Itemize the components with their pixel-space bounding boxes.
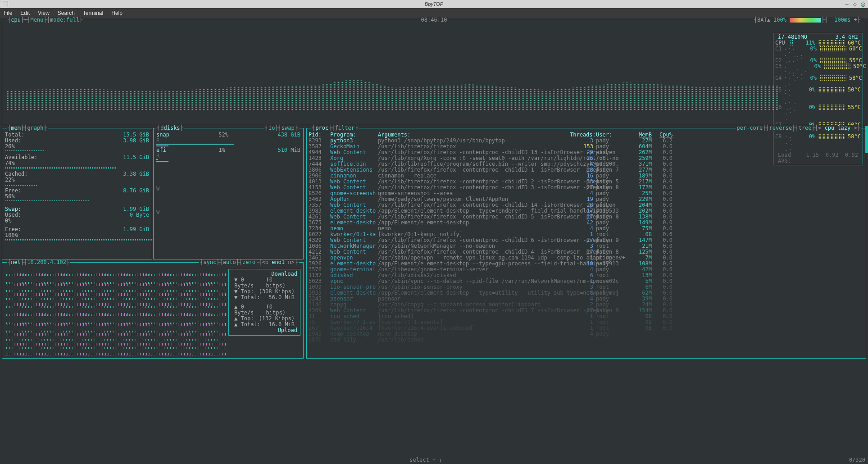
proc-row[interactable]: 3806WebExtensions/usr/lib/firefox/firefo… [307,167,866,173]
mem-cached-val: 3.38 GiB [123,171,149,177]
swap-used-pct: 0% [5,218,11,224]
proc-row[interactable]: 5023vpnc/usr/sbin/vpnc --no-detach --pid… [307,278,866,284]
proc-row[interactable]: 7357Web Content/usr/lib/firefox/firefox … [307,202,866,208]
proc-pane: ┤proc├┤filter├ per-core├┤reverse├┤tree├┤… [306,128,866,359]
mem-cached-pct: 22% [5,177,15,183]
col-pid[interactable]: Pid: [309,132,327,138]
mem-avail-val: 11.5 GiB [123,155,149,160]
proc-row[interactable]: 7234nemonemo 4 pady75M 0.0 [307,226,866,232]
net-pane: ┤net├┤10.200.4.102├ ┤sync├┤auto├┤zero├┤<… [2,262,304,359]
menu-search[interactable]: Search [58,10,75,16]
proc-box-label[interactable]: ┤proc├┤filter├ [311,125,359,131]
proc-row[interactable]: 8526gnome-screenshgnome-screenshot --are… [307,191,866,196]
proc-row[interactable]: 4153Web Content/usr/lib/firefox/firefox … [307,185,866,191]
proc-row[interactable]: 4369Web Content/usr/lib/firefox/firefox … [307,308,866,314]
proc-row[interactable]: 4212Web Content/usr/lib/firefox/firefox … [307,249,866,255]
disks-pane: ┤ddisks├ ┤io├┤swap├ snap52%438 GiB R efi… [153,128,304,259]
mem-free-pct: 56% [5,194,15,200]
net-stats-box: Download ▼ 0 Byte/s(0 bitps) ▼ Top:(308 … [228,269,300,336]
menu-file[interactable]: File [4,10,12,16]
footer: select ↑ ↓ 0/320 [3,457,865,463]
window-title: BpyTOP [425,1,443,7]
proc-row[interactable]: 3935element-deskto/app/Element/element-d… [307,290,866,296]
net-box-label: ┤net├┤10.200.4.102├ [7,259,70,265]
window-menu-icon[interactable] [2,1,8,7]
proc-row[interactable]: 3983element-deskto/app/Element/element-d… [307,208,866,214]
mem-used-pct: 26% [5,144,15,150]
proc-row[interactable]: 7444soffice.bin/usr/lib/libreoffice/prog… [307,161,866,167]
proc-row[interactable]: 3926element-deskto/app/Element/element-d… [307,261,866,267]
proc-row[interactable]: 2945nemo-desktopnemo-desktop 4 pady [307,331,866,337]
proc-row[interactable]: 4261Web Content/usr/lib/firefox/firefox … [307,214,866,220]
swap-free-val: 1.99 GiB [123,227,149,232]
swap-used-val: 0 Byte [130,212,149,218]
cpu-box-label[interactable]: ┤cpu├─┤Menu├┤mode:full├ [7,17,83,23]
col-memb[interactable]: MemB [630,132,652,138]
col-user[interactable]: User: [596,132,627,138]
net-graph [5,269,227,355]
mem-pane: ┤mem├┤graph├ Total:15.5 GiB Used:3.98 Gi… [2,128,152,259]
footer-select[interactable]: select ↑ ↓ [409,457,442,463]
col-args[interactable]: Arguments: [378,132,567,138]
proc-row[interactable]: 1423Xorg/usr/lib/xorg/Xorg -core :0 -sea… [307,155,866,161]
maximize-icon[interactable]: ◇ [852,1,858,7]
menu-view[interactable]: View [38,10,50,16]
footer-position: 0/320 [849,457,865,463]
proc-row[interactable]: 1099iio-sensor-pro/usr/sbin/iio-sensor-p… [307,284,866,290]
proc-row[interactable]: 8027kworker/0:1-ka[kworker/0:1-kacpi_not… [307,232,866,237]
proc-header[interactable]: Pid: Program: Arguments: Threads: User: … [307,132,866,138]
swap-free-pct: 100% [5,232,18,238]
proc-row[interactable]: 75kworker/7:1-ev[kworker/7:1-events] 1 r… [307,319,866,325]
disks-box-label[interactable]: ┤ddisks├ [156,125,184,131]
proc-row[interactable]: 4329Web Content/usr/lib/firefox/firefox … [307,237,866,243]
disks-opts[interactable]: ┤io├┤swap├ [264,125,299,131]
col-threads[interactable]: Threads: [570,132,593,138]
proc-row[interactable]: 3576gnome-terminal/usr/libexec/gnome-ter… [307,267,866,273]
upload-title: Upload [232,328,297,333]
mem-avail-pct: 74% [5,160,15,166]
close-icon[interactable]: ⨂ [860,1,866,7]
col-program[interactable]: Program: [330,132,375,138]
net-opts[interactable]: ┤sync├┤auto├┤zero├┤<b eno1 n>├ [199,259,299,265]
menu-edit[interactable]: Edit [20,10,30,16]
mem-used-val: 3.98 GiB [123,138,149,144]
battery-gradient-icon [790,18,821,23]
proc-row[interactable]: 3462AppRun/home/pady/software/pascom_Cli… [307,196,866,202]
proc-row[interactable]: 3675element-deskto/app/Element/element-d… [307,220,866,226]
proc-row[interactable]: 2870csd-a11y-/usr/lib/cinna [307,337,866,343]
scrollbar-thumb[interactable] [865,126,868,153]
proc-row[interactable]: 4944Web Content/usr/lib/firefox/firefox … [307,150,866,155]
proc-opts[interactable]: per-core├┤reverse├┤tree├┤< cpu lazy >├ [736,125,861,131]
window-titlebar: BpyTOP ─ ◇ ⨂ [0,0,868,8]
minimize-icon[interactable]: ─ [844,1,850,7]
proc-row[interactable]: 4013Web Content/usr/lib/firefox/firefox … [307,179,866,185]
clock: 08:46:10 [420,17,448,23]
proc-row[interactable]: 267kworker/u16:4[kworker/u16:4-events_un… [307,325,866,331]
topbar-right[interactable]: ┤BAT▲ 100% ├┤- 100ms +├ [753,17,861,23]
proc-row[interactable]: 3146copyq/usr/bin/copyq --clipboard-acce… [307,302,866,308]
cpu-pane: ┤cpu├─┤Menu├┤mode:full├ 08:46:10 ┤BAT▲ 1… [2,20,866,125]
cpu-graph [7,65,780,110]
mem-box-label[interactable]: ┤mem├┤graph├ [7,125,48,131]
proc-row[interactable]: 8393python3python3 /snap/bpytop/249/usr/… [307,138,866,144]
proc-row[interactable]: 3461openvpn/usr/sbin/openvpn --remote vp… [307,255,866,261]
menu-terminal[interactable]: Terminal [83,10,103,16]
proc-row[interactable]: 2906cinnamoncinnamon --replace 16 pady18… [307,173,866,179]
proc-row[interactable]: 3587GeckoMain/usr/lib/firefox/firefox 15… [307,144,866,150]
mem-free-val: 8.76 GiB [123,188,149,194]
menu-help[interactable]: Help [111,10,123,16]
proc-row[interactable]: 1137udisksd/usr/lib/udisks2/udisksd 6 ro… [307,273,866,278]
proc-row[interactable]: 11rcu_sched[rcu_sched] 1 root0B 0.0 [307,314,866,319]
proc-row[interactable]: 3245psensorpsensor 4 pady39M 0.0 [307,296,866,302]
proc-row[interactable]: 1086NetworkManager/usr/sbin/NetworkManag… [307,243,866,249]
col-cpu[interactable]: Cpu% [654,132,673,138]
